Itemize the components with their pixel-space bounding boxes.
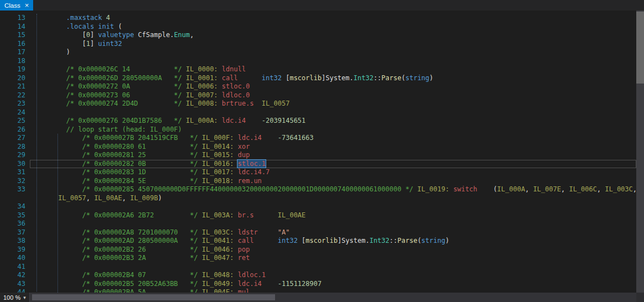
code-line[interactable]: 34 <box>0 202 636 211</box>
code-token: ldc.i4 <box>237 280 261 288</box>
code-line[interactable]: 38 /* 0x000002AD 280500000A */ IL_0041: … <box>0 237 636 246</box>
code-line[interactable]: 33 /* 0x00000285 4507000000D0FFFFFF44000… <box>0 185 636 194</box>
line-number[interactable]: 43 <box>0 280 30 289</box>
line-number[interactable]: 16 <box>0 40 30 49</box>
line-number[interactable]: 35 <box>0 211 30 220</box>
line-number[interactable]: 41 <box>0 263 30 272</box>
line-number[interactable]: 24 <box>0 108 30 117</box>
code-token <box>262 280 278 288</box>
code-token: ( <box>477 185 497 193</box>
line-number[interactable]: 20 <box>0 74 30 83</box>
line-number[interactable]: 13 <box>0 14 30 23</box>
line-number[interactable]: 21 <box>0 82 30 91</box>
tab-class[interactable]: Class × <box>0 0 33 11</box>
code-line[interactable]: 42 /* 0x000002B4 07 */ IL_0048: ldloc.1 <box>0 271 636 280</box>
line-number[interactable]: 29 <box>0 151 30 160</box>
code-line[interactable]: 31 /* 0x00000283 1D */ IL_0017: ldc.i4.7 <box>0 168 636 177</box>
code-token <box>34 211 82 219</box>
code-token: ldnull <box>222 65 246 73</box>
code-line[interactable]: 21 /* 0x00000272 0A */ IL_0006: stloc.0 <box>0 82 636 91</box>
tab-close-icon[interactable]: × <box>25 2 29 9</box>
code-line[interactable]: 22 /* 0x00000273 06 */ IL_0007: ldloc.0 <box>0 91 636 100</box>
code-line[interactable]: 16 [1] uint32 <box>0 40 636 49</box>
line-number[interactable]: 40 <box>0 254 30 263</box>
code-line[interactable]: 17 ) <box>0 48 636 57</box>
code-line[interactable]: 26 // loop start (head: IL_000F) <box>0 126 636 134</box>
code-line[interactable]: 44 /* 0x000002BA 5A */ IL_004E: mul <box>0 288 636 293</box>
code-line[interactable]: 27 /* 0x0000027B 2041519CFB */ IL_000F: … <box>0 134 636 143</box>
code-line[interactable]: 13 .maxstack 4 <box>0 14 636 23</box>
line-number[interactable]: 28 <box>0 143 30 152</box>
line-number[interactable] <box>0 194 30 203</box>
code-line-current[interactable]: 30 /* 0x00000282 0B */ IL_0016: stloc.1 <box>0 160 636 169</box>
code-line[interactable]: 37 /* 0x000002A8 7201000070 */ IL_003C: … <box>0 228 636 237</box>
code-line-text: /* 0x000002B3 2A */ IL_0047: ret <box>30 254 636 263</box>
line-number[interactable]: 23 <box>0 100 30 108</box>
vertical-scrollbar-thumb[interactable] <box>636 12 644 84</box>
line-number[interactable]: 32 <box>0 177 30 186</box>
code-line[interactable]: 35 /* 0x000002A6 2B72 */ IL_003A: br.s I… <box>0 211 636 220</box>
line-number[interactable]: 34 <box>0 202 30 211</box>
code-line[interactable]: IL_0057, IL_00AE, IL_009B) <box>0 194 636 203</box>
line-number[interactable]: 38 <box>0 237 30 246</box>
line-number[interactable]: 14 <box>0 23 30 32</box>
code-line[interactable]: 40 /* 0x000002B3 2A */ IL_0047: ret <box>0 254 636 263</box>
code-line[interactable]: 29 /* 0x00000281 25 */ IL_0015: dup <box>0 151 636 160</box>
line-number[interactable]: 37 <box>0 228 30 237</box>
line-number[interactable]: 17 <box>0 48 30 57</box>
code-token <box>34 177 82 185</box>
code-line[interactable]: 19 /* 0x0000026C 14 */ IL_0000: ldnull <box>0 65 636 74</box>
code-line[interactable]: 41 <box>0 263 636 272</box>
line-number[interactable]: 42 <box>0 271 30 280</box>
code-line[interactable]: 15 [0] valuetype CfSample.Enum, <box>0 31 636 40</box>
line-number[interactable]: 30 <box>0 160 30 169</box>
code-line[interactable]: 39 /* 0x000002B2 26 */ IL_0046: pop <box>0 246 636 254</box>
code-token: dup <box>237 151 250 159</box>
line-number[interactable]: 33 <box>0 185 30 194</box>
code-line[interactable]: 23 /* 0x00000274 2D4D */ IL_0008: brtrue… <box>0 100 636 108</box>
code-line-text: /* 0x000002A8 7201000070 */ IL_003C: lds… <box>30 228 636 237</box>
code-line[interactable]: 14 .locals init ( <box>0 23 636 32</box>
line-number[interactable]: 26 <box>0 126 30 134</box>
chevron-down-icon: ▾ <box>23 295 26 300</box>
code-token <box>34 228 82 236</box>
code-token <box>34 254 82 262</box>
line-number[interactable]: 19 <box>0 65 30 74</box>
line-number[interactable]: 15 <box>0 31 30 40</box>
zoom-control[interactable]: 100 % ▾ <box>0 293 30 302</box>
code-token <box>254 237 277 244</box>
code-area[interactable]: 13 .maxstack 414 .locals init (15 [0] va… <box>0 11 636 293</box>
line-number[interactable]: 39 <box>0 246 30 254</box>
horizontal-scrollbar[interactable] <box>30 293 636 302</box>
scrollbar-corner <box>636 293 644 302</box>
line-number[interactable]: 44 <box>0 288 30 293</box>
code-line[interactable]: 36 <box>0 220 636 228</box>
code-token <box>34 271 82 279</box>
vertical-scrollbar[interactable] <box>636 11 644 293</box>
code-token <box>34 237 82 244</box>
code-token <box>182 100 186 107</box>
code-line[interactable]: 43 /* 0x000002B5 20B52A63BB */ IL_0049: … <box>0 280 636 289</box>
code-line[interactable]: 28 /* 0x00000280 61 */ IL_0014: xor <box>0 143 636 152</box>
code-line[interactable]: 18 <box>0 57 636 66</box>
code-token: int32 <box>278 237 298 244</box>
line-number[interactable]: 27 <box>0 134 30 143</box>
line-number[interactable]: 36 <box>0 220 30 228</box>
code-token: xor <box>237 143 250 150</box>
line-number[interactable]: 18 <box>0 57 30 66</box>
code-token: CfSample. <box>134 31 174 39</box>
line-number[interactable]: 31 <box>0 168 30 177</box>
code-line[interactable]: 20 /* 0x0000026D 280500000A */ IL_0001: … <box>0 74 636 83</box>
code-line-text: /* 0x00000272 0A */ IL_0006: stloc.0 <box>30 82 636 91</box>
code-line[interactable]: 24 <box>0 108 636 117</box>
code-token: /* 0x000002A6 2B72 */ <box>82 211 198 219</box>
horizontal-scrollbar-thumb[interactable] <box>32 294 275 300</box>
code-line[interactable]: 25 /* 0x00000276 204D1B7586 */ IL_000A: … <box>0 117 636 126</box>
line-number[interactable]: 22 <box>0 91 30 100</box>
code-line[interactable]: 32 /* 0x00000284 5E */ IL_0018: rem.un <box>0 177 636 186</box>
code-token: Enum <box>174 31 190 39</box>
code-token: ] <box>90 40 98 48</box>
code-token: /* 0x00000272 0A */ <box>66 82 182 90</box>
line-number[interactable]: 25 <box>0 117 30 126</box>
code-token: IL_0049: <box>202 280 234 288</box>
